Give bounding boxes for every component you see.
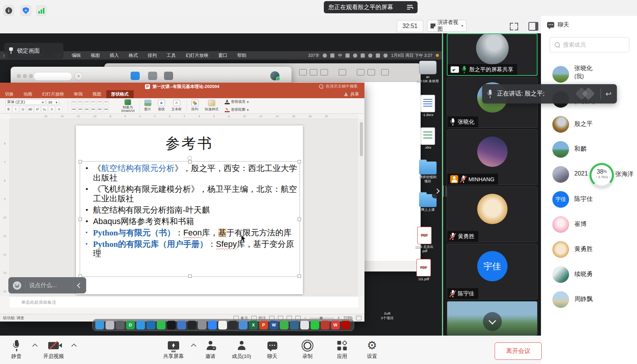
video-tile[interactable]: 宇佳 陈宇佳 <box>447 244 538 300</box>
dock-app-icon[interactable] <box>300 321 309 329</box>
justify-button[interactable] <box>90 107 96 112</box>
finder-view-icon[interactable] <box>299 69 307 75</box>
toggle-sidebar-button[interactable] <box>528 22 538 31</box>
dock-app-icon[interactable] <box>208 321 217 329</box>
banner-menu-icon[interactable]: ▾ <box>407 5 413 9</box>
format-button[interactable]: A <box>49 106 55 112</box>
menu-item[interactable]: 插入 <box>110 52 119 59</box>
zoom-icon[interactable] <box>29 74 33 78</box>
menu-item[interactable]: 格式 <box>129 52 138 59</box>
dock-app-icon[interactable] <box>106 321 114 329</box>
scrollbar[interactable] <box>359 119 364 296</box>
slide[interactable]: 参考书 《航空结构有限元分析》，殷之平，西安：西北工业大学出版社 <box>76 126 303 294</box>
member-row[interactable]: 周静飘 <box>541 291 637 310</box>
video-tile[interactable]: MINHANG <box>447 129 538 185</box>
menu-item[interactable]: 窗口 <box>218 52 227 59</box>
members-button[interactable]: 成员(10) <box>232 339 251 360</box>
share-button[interactable]: 共享 <box>342 90 359 98</box>
ribbon-tab[interactable]: 幻灯片放映 <box>37 90 69 98</box>
format-button[interactable]: B <box>5 106 12 112</box>
invite-button[interactable]: + 邀请 <box>205 339 216 360</box>
video-tile[interactable] <box>447 301 538 336</box>
video-tile[interactable]: 黄勇胜 <box>447 187 538 242</box>
columns-button[interactable] <box>103 99 109 105</box>
quick-chat-bar[interactable]: 说点什么... <box>8 277 86 293</box>
dock-app-icon[interactable] <box>177 321 186 329</box>
insert-shape-button[interactable]: 形状 <box>156 99 167 113</box>
dock-app-icon[interactable] <box>218 321 227 329</box>
member-search-input[interactable]: 搜索成员 <box>550 37 629 52</box>
line-spacing-button[interactable] <box>97 99 102 105</box>
status-icon[interactable] <box>353 53 357 58</box>
status-icon[interactable] <box>376 53 380 58</box>
dock-app-icon[interactable] <box>95 321 104 329</box>
status-icon[interactable] <box>330 53 334 58</box>
share-options-caret[interactable] <box>191 344 196 349</box>
contacts-tab-icon[interactable] <box>148 72 157 80</box>
video-options-caret[interactable] <box>71 344 77 349</box>
panel-resize-handle[interactable] <box>443 185 446 197</box>
menu-item[interactable]: 排列 <box>148 52 157 59</box>
insert-picture-button[interactable]: 图片 <box>142 99 153 113</box>
align-left-button[interactable] <box>71 107 77 112</box>
desktop-disk-icon[interactable]: ac8.8 GB 未使用 <box>407 61 443 83</box>
selected-textbox[interactable]: 《航空结构有限元分析》，殷之平，西安：西北工业大学出版社 《飞机结构有限元建模分… <box>80 161 300 277</box>
dock-app-icon[interactable] <box>239 321 248 329</box>
dock-app-icon[interactable] <box>311 321 319 329</box>
resize-handle[interactable] <box>188 275 192 278</box>
menu-item[interactable]: 帮助 <box>237 52 246 59</box>
format-button[interactable]: A <box>56 106 62 112</box>
shape-outline-button[interactable]: ✎形状轮廓▾ <box>225 107 249 112</box>
numbered-list-button[interactable] <box>77 99 83 105</box>
arrange-button[interactable]: 排列 <box>189 99 200 113</box>
share-screen-button[interactable]: 共享屏幕 <box>163 339 184 360</box>
status-icon[interactable] <box>323 53 327 58</box>
desktop-file-pdf[interactable]: PDF 111.pdf <box>403 259 443 281</box>
ribbon-tab[interactable]: 视图 <box>88 90 106 98</box>
format-button[interactable]: ab <box>27 106 33 112</box>
dock-app-icon[interactable]: X <box>249 321 258 329</box>
dock-app-icon[interactable] <box>280 321 289 329</box>
dock-app-icon[interactable] <box>136 321 145 329</box>
dock-app-icon[interactable]: P <box>259 321 268 329</box>
chat-tab-icon[interactable] <box>131 72 140 80</box>
emoji-icon[interactable] <box>13 281 21 290</box>
chat-button[interactable]: 聊天 <box>267 339 278 360</box>
format-button[interactable]: x₂ <box>41 106 48 112</box>
powerpoint-titlebar[interactable]: P 第一次课--有限元基本理论-202004 在演示文稿中搜索 <box>0 83 364 90</box>
mic-options-caret[interactable] <box>32 344 38 349</box>
desktop-file-docx[interactable]: -1.docx <box>407 95 443 117</box>
messenger-search-input[interactable] <box>33 72 72 81</box>
presentation-search[interactable]: 在演示文稿中搜索 <box>318 84 358 89</box>
format-button[interactable]: I <box>13 106 19 112</box>
status-icon[interactable] <box>345 53 350 58</box>
finder-more-icon[interactable] <box>381 69 389 75</box>
view-mode-dropdown[interactable]: 演讲者视图 ▾ <box>427 20 467 32</box>
dock-app-icon[interactable]: W <box>270 321 278 329</box>
dock-app-icon[interactable] <box>198 321 207 329</box>
resize-handle[interactable] <box>79 160 82 163</box>
dock-app-icon[interactable] <box>157 321 166 329</box>
format-button[interactable]: U <box>20 106 26 112</box>
dock-app-icon[interactable] <box>321 321 330 329</box>
slide-body-text[interactable]: 《航空结构有限元分析》，殷之平，西安：西北工业大学出版社 《飞机结构有限元建模分… <box>83 164 297 260</box>
member-row[interactable]: 2021 张海洋 <box>541 166 637 185</box>
meeting-info-button[interactable]: i <box>3 5 14 16</box>
fit-slide-button[interactable] <box>356 316 361 320</box>
ribbon-tab[interactable]: 审阅 <box>69 90 88 98</box>
ribbon-tab-active[interactable]: 形状格式 <box>106 90 134 98</box>
record-button[interactable]: 录制 <box>302 339 314 360</box>
lock-view-tooltip[interactable]: 锁定画面 <box>4 43 63 59</box>
dock-app-icon[interactable] <box>116 321 125 329</box>
desktop-file-pdf[interactable]: PDF 1115 北京出.pdf <box>404 227 443 253</box>
desktop-file-xlsx[interactable]: .xlsx <box>407 127 443 150</box>
start-video-button[interactable]: 开启视频 <box>43 339 64 360</box>
member-row[interactable]: 宇佳 陈宇佳 <box>541 191 637 210</box>
dock-app-icon[interactable] <box>341 321 350 329</box>
align-text-button[interactable] <box>103 107 109 112</box>
dock-app-icon[interactable] <box>229 321 237 329</box>
reply-icon[interactable]: ↩ <box>605 90 612 97</box>
dock-app-icon[interactable] <box>167 321 176 329</box>
finder-share-icon[interactable] <box>357 69 364 75</box>
menu-item[interactable]: 幻灯片放映 <box>186 52 208 59</box>
